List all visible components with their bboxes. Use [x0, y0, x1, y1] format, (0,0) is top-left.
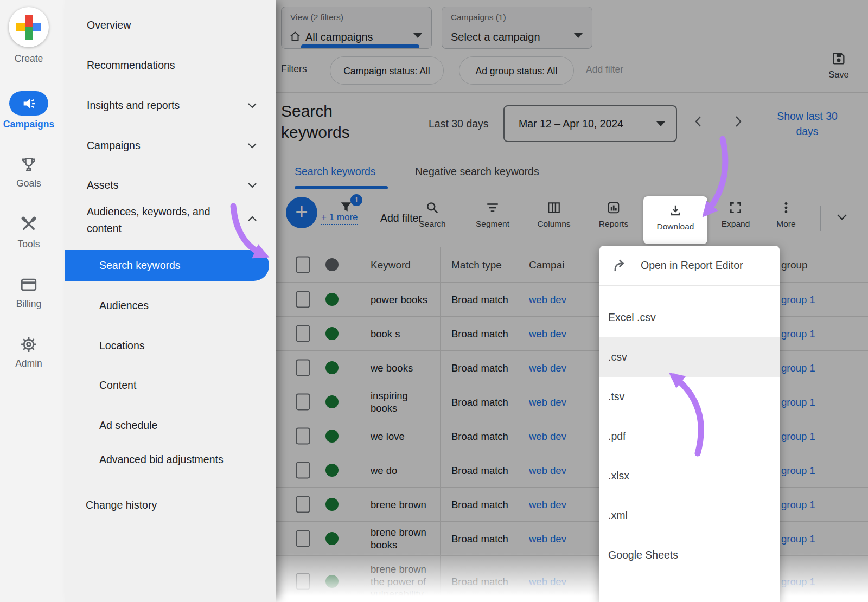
add-keyword-button[interactable]: + — [286, 197, 317, 228]
segment-button[interactable]: Segment — [468, 201, 517, 229]
ad-group-link[interactable]: group 1 — [781, 293, 815, 306]
next-period-button[interactable] — [735, 115, 742, 128]
expand-button[interactable]: Expand — [711, 201, 760, 229]
match-type-cell: Broad match — [451, 498, 508, 511]
nav-item-insights-and-reports[interactable]: Insights and reports — [87, 99, 180, 112]
nav-item-assets[interactable]: Assets — [87, 179, 119, 191]
campaign-link[interactable]: web dev — [529, 396, 566, 408]
ad-group-link[interactable]: group 1 — [781, 328, 815, 340]
ad-group-link[interactable]: group 1 — [781, 430, 815, 443]
ad-group-link[interactable]: group 1 — [781, 464, 815, 477]
filters-label: Filters — [281, 63, 307, 75]
campaign-column-header[interactable]: Campai — [529, 259, 564, 271]
keyword-column-header[interactable]: Keyword — [371, 259, 435, 271]
chevron-up-icon[interactable] — [247, 216, 257, 222]
row-checkbox[interactable] — [296, 530, 310, 547]
row-checkbox[interactable] — [296, 496, 310, 513]
chevron-down-icon[interactable] — [247, 143, 257, 149]
ad-group-link[interactable]: group 1 — [781, 396, 815, 408]
nav-item-search-keywords-selected[interactable]: Search keywords — [65, 250, 269, 281]
trophy-icon[interactable] — [0, 155, 58, 174]
row-checkbox[interactable] — [296, 360, 310, 376]
date-range-picker[interactable]: Mar 12 – Apr 10, 2024 — [503, 105, 677, 142]
create-button[interactable] — [9, 7, 49, 47]
reports-button[interactable]: Reports — [589, 201, 638, 229]
ad-group-column-header[interactable]: group — [781, 259, 808, 271]
select-all-checkbox[interactable] — [296, 257, 310, 273]
more-button[interactable]: More — [762, 201, 810, 229]
save-button[interactable]: Save — [822, 51, 855, 80]
menu-item-open-in-report-editor[interactable]: Open in Report Editor — [599, 246, 780, 286]
filter-pill[interactable]: Ad group status: All — [459, 56, 574, 85]
row-checkbox[interactable] — [296, 394, 310, 411]
segment-label: Segment — [476, 219, 509, 229]
segment-icon — [486, 201, 500, 215]
menu-item-format[interactable]: .xml — [599, 496, 780, 535]
filter-pill[interactable]: Campaign status: All — [330, 56, 444, 85]
keyword-cell: we love — [371, 430, 435, 443]
chevron-down-icon — [573, 33, 583, 38]
billing-card-icon[interactable] — [0, 276, 58, 294]
row-checkbox[interactable] — [296, 428, 310, 445]
view-selector[interactable]: View (2 filters) All campaigns — [281, 7, 432, 49]
collapse-toolbar-chevron[interactable] — [835, 210, 848, 223]
save-icon — [822, 51, 855, 66]
search-button[interactable]: Search — [408, 201, 457, 229]
campaign-link[interactable]: web dev — [529, 328, 566, 340]
view-selector-active-bar — [301, 44, 419, 48]
search-label: Search — [419, 219, 445, 229]
row-checkbox[interactable] — [296, 462, 310, 479]
row-checkbox[interactable] — [296, 291, 310, 308]
ad-group-link[interactable]: group 1 — [781, 362, 815, 374]
campaign-link[interactable]: web dev — [529, 533, 566, 545]
campaign-selector[interactable]: Campaigns (1) Select a campaign — [442, 7, 592, 49]
nav-item-locations[interactable]: Locations — [99, 340, 144, 352]
tab-negative-search-keywords[interactable]: Negative search keywords — [415, 165, 539, 178]
nav-item-audiences-keywords-content[interactable]: Audiences, keywords, and content — [87, 203, 239, 237]
chevron-down-icon[interactable] — [247, 182, 257, 188]
menu-item-format[interactable]: .pdf — [599, 417, 780, 456]
nav-item-advanced-bid-adjustments[interactable]: Advanced bid adjustments — [99, 451, 235, 468]
nav-item-audiences[interactable]: Audiences — [99, 299, 149, 312]
goals-rail-label: Goals — [0, 178, 58, 189]
nav-item-overview[interactable]: Overview — [87, 19, 131, 31]
show-last-30-days-link[interactable]: Show last 30 days — [767, 108, 848, 139]
menu-item-format[interactable]: .xlsx — [599, 456, 780, 496]
campaign-link[interactable]: web dev — [529, 498, 566, 511]
ad-group-link[interactable]: group 1 — [781, 533, 815, 545]
menu-item-format[interactable]: .tsv — [599, 377, 780, 417]
tools-icon[interactable] — [0, 215, 58, 233]
nav-item-ad-schedule[interactable]: Ad schedule — [99, 419, 157, 432]
nav-item-recommendations[interactable]: Recommendations — [87, 59, 175, 72]
campaign-link[interactable]: web dev — [529, 293, 566, 306]
menu-item-format[interactable]: Google Sheets — [599, 535, 780, 575]
columns-button[interactable]: Columns — [529, 201, 578, 229]
match-type-column-header[interactable]: Match type — [451, 259, 502, 271]
divider — [276, 92, 868, 93]
previous-period-button[interactable] — [694, 115, 702, 128]
row-checkbox[interactable] — [296, 573, 310, 590]
campaign-link[interactable]: web dev — [529, 362, 566, 374]
row-checkbox[interactable] — [296, 325, 310, 342]
campaign-link[interactable]: web dev — [529, 464, 566, 477]
tab-search-keywords[interactable]: Search keywords — [295, 165, 376, 178]
ad-group-link[interactable]: group 1 — [781, 575, 815, 587]
nav-item-content[interactable]: Content — [99, 379, 136, 392]
rail-item-campaigns[interactable] — [9, 91, 48, 116]
nav-item-change-history[interactable]: Change history — [86, 499, 157, 511]
ad-group-link[interactable]: group 1 — [781, 498, 815, 511]
menu-item-format[interactable]: Excel .csv — [599, 298, 780, 337]
open-in-report-editor-icon — [611, 258, 628, 274]
date-range-label: Last 30 days — [429, 118, 489, 130]
gear-icon[interactable] — [0, 335, 58, 354]
menu-item-label: Open in Report Editor — [641, 259, 743, 272]
add-filter-link[interactable]: Add filter — [586, 64, 623, 75]
chevron-down-icon[interactable] — [247, 103, 257, 108]
page-title: Search keywords — [281, 100, 379, 143]
keyword-cell: power books — [371, 293, 435, 306]
download-button[interactable]: Download — [643, 196, 707, 244]
menu-item-format[interactable]: .csv — [599, 337, 780, 377]
campaign-link[interactable]: web dev — [529, 430, 566, 443]
nav-item-campaigns[interactable]: Campaigns — [87, 139, 141, 152]
campaign-link[interactable]: web dev — [529, 575, 566, 587]
